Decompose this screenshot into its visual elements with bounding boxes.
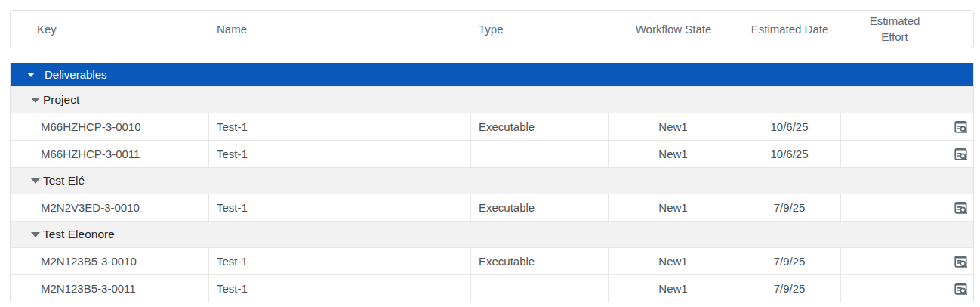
cell-type: Executable	[471, 113, 609, 140]
cell-estimated-date: 7/9/25	[738, 248, 841, 274]
group-label: Test Elé	[43, 174, 85, 188]
cell-name: Test-1	[209, 141, 471, 167]
deliverables-table: Key Name Type Workflow State Estimated D…	[10, 10, 974, 302]
cell-name: Test-1	[209, 275, 471, 302]
cell-workflow-state: New1	[609, 194, 738, 221]
group-label: Project	[43, 93, 79, 107]
cell-estimated-effort	[841, 141, 948, 167]
table-column-header: Key Name Type Workflow State Estimated D…	[10, 10, 974, 48]
cell-workflow-state: New1	[609, 113, 738, 140]
cell-estimated-date: 10/6/25	[738, 141, 841, 167]
cell-estimated-effort	[841, 194, 948, 221]
cell-workflow-state: New1	[609, 248, 738, 274]
cell-name: Test-1	[209, 248, 471, 274]
section-label: Deliverables	[45, 68, 107, 81]
chevron-down-icon	[31, 178, 40, 184]
group-label: Test Eleonore	[43, 228, 115, 241]
cell-workflow-state: New1	[609, 141, 738, 167]
cell-name: Test-1	[209, 113, 471, 140]
cell-key: M66HZHCP-3-0011	[11, 141, 209, 167]
cell-key: M2N2V3ED-3-0010	[11, 194, 209, 221]
cell-type: Executable	[471, 194, 609, 221]
cell-workflow-state: New1	[609, 275, 738, 302]
column-header-key: Key	[11, 23, 209, 36]
table-row-m66hzhcp-3-0011[interactable]: M66HZHCP-3-0011 Test-1 New1 10/6/25	[11, 140, 973, 167]
preview-document-icon[interactable]	[952, 145, 970, 163]
preview-document-icon[interactable]	[952, 199, 970, 217]
column-header-estimated-date: Estimated Date	[738, 23, 841, 36]
preview-document-icon[interactable]	[952, 118, 970, 136]
cell-type	[471, 141, 609, 167]
column-header-estimated-effort: Estimated Effort	[841, 14, 948, 45]
cell-estimated-effort	[841, 275, 948, 302]
cell-key: M66HZHCP-3-0010	[11, 113, 209, 140]
group-row-test-el[interactable]: Test Elé	[11, 167, 973, 194]
cell-type	[471, 275, 609, 302]
group-row-project[interactable]: Project	[11, 86, 973, 113]
chevron-down-icon	[27, 73, 35, 77]
cell-key: M2N123B5-3-0010	[11, 248, 209, 274]
section-row-deliverables[interactable]: Deliverables	[11, 63, 973, 86]
cell-estimated-date: 10/6/25	[738, 113, 841, 140]
table-row-m66hzhcp-3-0010[interactable]: M66HZHCP-3-0010 Test-1 Executable New1 1…	[11, 113, 973, 140]
preview-document-icon[interactable]	[952, 253, 970, 271]
chevron-down-icon	[31, 98, 40, 103]
cell-estimated-date: 7/9/25	[738, 194, 841, 221]
column-header-type: Type	[471, 23, 609, 36]
column-header-name: Name	[209, 23, 471, 36]
table-body: Deliverables Project M66HZHCP-3-0010 Tes…	[10, 63, 974, 302]
preview-document-icon[interactable]	[952, 280, 970, 298]
column-header-workflow-state: Workflow State	[609, 23, 738, 36]
cell-key: M2N123B5-3-0011	[11, 275, 209, 302]
cell-estimated-date: 7/9/25	[738, 275, 841, 302]
cell-estimated-effort	[841, 113, 948, 140]
table-row-m2n123b5-3-0010[interactable]: M2N123B5-3-0010 Test-1 Executable New1 7…	[11, 247, 973, 274]
group-row-test-eleonore[interactable]: Test Eleonore	[11, 221, 973, 247]
cell-estimated-effort	[841, 248, 948, 274]
cell-name: Test-1	[209, 194, 471, 221]
chevron-down-icon	[31, 232, 40, 237]
table-row-m2n123b5-3-0011[interactable]: M2N123B5-3-0011 Test-1 New1 7/9/25	[11, 274, 973, 302]
cell-type: Executable	[471, 248, 609, 274]
table-row-m2n2v3ed-3-0010[interactable]: M2N2V3ED-3-0010 Test-1 Executable New1 7…	[11, 194, 973, 221]
